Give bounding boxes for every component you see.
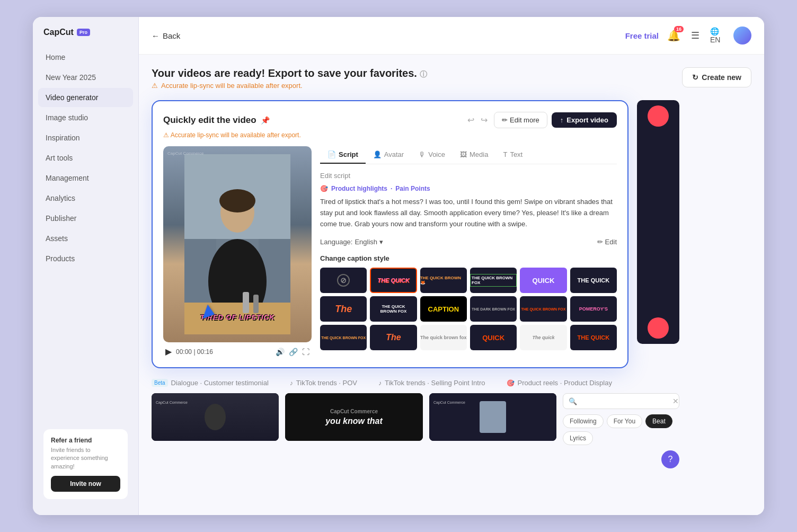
language-selector[interactable]: Language: English ▾ bbox=[320, 238, 383, 246]
right-video-dot bbox=[648, 105, 669, 127]
script-category: 🎯 Product highlights · Pain Points bbox=[320, 185, 617, 192]
voice-icon: 🎙 bbox=[419, 150, 426, 158]
pill-following[interactable]: Following bbox=[563, 414, 604, 428]
caption-style-green[interactable]: THE QUICK BROWN FOX bbox=[470, 268, 517, 293]
free-trial-link[interactable]: Free trial bbox=[625, 31, 659, 40]
invite-now-button[interactable]: Invite now bbox=[51, 476, 120, 492]
caption-style-dark[interactable]: THE QUICK bbox=[570, 268, 617, 293]
info-icon[interactable]: ⓘ bbox=[420, 70, 427, 78]
language-icon[interactable]: 🌐EN bbox=[710, 27, 727, 44]
pill-beat[interactable]: Beat bbox=[645, 414, 672, 428]
caption-style-caption[interactable]: CAPTION bbox=[420, 296, 467, 322]
export-icon: ↑ bbox=[560, 116, 564, 124]
bottom-video-3[interactable]: CapCut Commerce bbox=[429, 393, 556, 441]
right-video-panel bbox=[637, 100, 679, 344]
tab-text[interactable]: T Text bbox=[495, 146, 530, 164]
pill-lyrics[interactable]: Lyrics bbox=[563, 431, 593, 445]
bottom-tab-product-reels[interactable]: 🎯 Product reels · Product Display bbox=[507, 379, 612, 387]
bottom-tab-tiktok-selling[interactable]: ♪ TikTok trends · Selling Point Intro bbox=[378, 379, 485, 387]
script-icon: 📄 bbox=[327, 150, 336, 158]
notification-icon[interactable]: 🔔 16 bbox=[667, 29, 680, 42]
caption-style-purple[interactable]: QUICK bbox=[520, 268, 566, 293]
caption-style-r3-2[interactable]: The bbox=[370, 325, 417, 350]
tab-script[interactable]: 📄 Script bbox=[320, 146, 366, 164]
caption-style-r3-3[interactable]: The quick brown fox bbox=[420, 325, 467, 350]
tab-voice[interactable]: 🎙 Voice bbox=[411, 146, 453, 164]
header-icons: 🔔 16 ☰ 🌐EN bbox=[667, 26, 751, 45]
sidebar-item-analytics[interactable]: Analytics bbox=[38, 189, 133, 208]
tiktok-icon-2: ♪ bbox=[378, 379, 382, 387]
create-new-button[interactable]: ↻ Create new bbox=[682, 67, 751, 87]
logo-text: CapCut bbox=[43, 28, 74, 37]
menu-icon[interactable]: ☰ bbox=[687, 27, 704, 44]
modal-warning: ⚠ Accurate lip-sync will be available af… bbox=[163, 131, 617, 139]
sidebar-item-inspiration[interactable]: Inspiration bbox=[38, 128, 133, 147]
caption-style-pomeroy[interactable]: POMEROY'S bbox=[570, 296, 617, 322]
caption-style-grid: ⊘ THE QUICK THE QUICK BROWN 🦊 THE QUICK … bbox=[320, 268, 617, 350]
video-controls: ▶ 00:00 | 00:16 🔊 🔗 ⛶ bbox=[163, 347, 312, 357]
export-video-button[interactable]: ↑ Export video bbox=[552, 112, 617, 128]
modal-header: Quickly edit the video 📌 ↩ ↪ ✏ Edit more bbox=[163, 112, 617, 128]
search-input[interactable] bbox=[580, 397, 669, 405]
text-icon: T bbox=[503, 150, 507, 158]
sidebar-item-publisher[interactable]: Publisher bbox=[38, 209, 133, 228]
volume-icon[interactable]: 🔊 bbox=[276, 348, 285, 356]
pain-points-label: Pain Points bbox=[395, 185, 430, 192]
caption-style-dkfox[interactable]: THE DARK BROWN FOX bbox=[470, 296, 517, 322]
caption-style-retro[interactable]: THE QUICK BROWN 🦊 bbox=[420, 268, 467, 293]
sidebar-item-art-tools[interactable]: Art tools bbox=[38, 148, 133, 167]
product-highlights-label: Product highlights bbox=[331, 185, 387, 192]
bottom-row: CapCut Commerce CapCut Commerce you know… bbox=[152, 393, 751, 468]
modal-body: TIRED OF LIPSTICK CapCut Commerce ▶ bbox=[163, 146, 617, 357]
caption-style-r3-1[interactable]: THE QUICK BROWN FOX bbox=[320, 325, 367, 350]
sidebar-item-image-studio[interactable]: Image studio bbox=[38, 108, 133, 127]
bottom-tab-dialogue[interactable]: Beta Dialogue · Customer testimonial bbox=[152, 379, 269, 387]
edit-more-button[interactable]: ✏ Edit more bbox=[494, 112, 547, 128]
caption-style-pink[interactable]: THE QUICK bbox=[370, 268, 417, 293]
edit-script-label: Edit script bbox=[320, 172, 617, 180]
redo-button[interactable]: ↪ bbox=[479, 113, 490, 127]
sidebar-item-management[interactable]: Management bbox=[38, 169, 133, 188]
link-icon[interactable]: 🔗 bbox=[289, 348, 298, 356]
undo-button[interactable]: ↩ bbox=[465, 113, 476, 127]
bottom-section: Beta Dialogue · Customer testimonial ♪ T… bbox=[152, 379, 751, 468]
invite-card: Refer a friend Invite friends to experie… bbox=[43, 429, 128, 499]
user-avatar[interactable] bbox=[733, 26, 751, 45]
back-button[interactable]: ← Back bbox=[152, 31, 180, 40]
bottom-video-1[interactable]: CapCut Commerce bbox=[152, 393, 279, 441]
modal-title: Quickly edit the video 📌 bbox=[163, 115, 270, 126]
bottom-video-logo-3: CapCut Commerce bbox=[433, 396, 465, 406]
fullscreen-icon[interactable]: ⛶ bbox=[302, 348, 309, 356]
sidebar-item-products[interactable]: Products bbox=[38, 249, 133, 268]
svg-point-5 bbox=[219, 189, 255, 212]
tab-media[interactable]: 🖼 Media bbox=[453, 146, 495, 164]
warning-icon: ⚠ bbox=[152, 82, 158, 90]
pencil-icon: ✏ bbox=[597, 238, 603, 246]
help-button[interactable]: ? bbox=[661, 450, 679, 468]
caption-style-script[interactable]: The bbox=[320, 296, 367, 322]
play-button[interactable]: ▶ bbox=[165, 347, 172, 357]
bottom-video-logo-1: CapCut Commerce bbox=[156, 396, 188, 406]
edit-script-link[interactable]: ✏ Edit bbox=[597, 238, 617, 246]
video-ctrl-icons: 🔊 🔗 ⛶ bbox=[276, 348, 309, 356]
pill-for-you[interactable]: For You bbox=[607, 414, 642, 428]
sidebar-item-home[interactable]: Home bbox=[38, 48, 133, 67]
product-icon: 🎯 bbox=[507, 379, 515, 387]
sidebar-item-newyear[interactable]: New Year 2025 bbox=[38, 68, 133, 87]
sidebar-item-video-gen[interactable]: Video generator bbox=[38, 88, 133, 107]
sidebar-item-assets[interactable]: Assets bbox=[38, 229, 133, 248]
svg-rect-8 bbox=[253, 295, 259, 313]
refresh-icon: ↻ bbox=[692, 73, 698, 82]
search-clear-icon[interactable]: ✕ bbox=[672, 397, 679, 405]
tab-avatar[interactable]: 👤 Avatar bbox=[366, 146, 411, 164]
caption-style-r3-5[interactable]: The quick bbox=[520, 325, 566, 350]
bottom-video-2-text: CapCut Commerce you know that bbox=[325, 409, 383, 426]
caption-style-r3-6[interactable]: THE QUICK bbox=[570, 325, 617, 350]
bottom-video-2[interactable]: CapCut Commerce you know that bbox=[285, 393, 423, 441]
caption-style-stripe[interactable]: THE QUICK BROWN FOX bbox=[520, 296, 566, 322]
caption-style-r3-4[interactable]: QUICK bbox=[470, 325, 517, 350]
caption-style-none[interactable]: ⊘ bbox=[320, 268, 367, 293]
bottom-tab-tiktok-pov[interactable]: ♪ TikTok trends · POV bbox=[290, 379, 357, 387]
caption-style-fox[interactable]: THE QUICKBROWN FOX bbox=[370, 296, 417, 322]
watermark-logo: CapCut Commerce bbox=[167, 150, 203, 156]
